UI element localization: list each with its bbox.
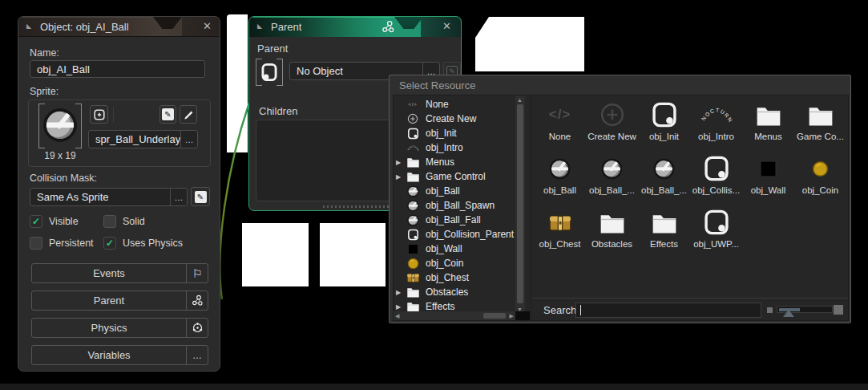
tree-item-obj-init[interactable]: obj_Init: [394, 126, 515, 140]
checkbox-persistent[interactable]: Persistent: [30, 237, 103, 250]
expander-icon[interactable]: ▶: [396, 173, 404, 181]
grid-item-label: Game Co...: [794, 132, 846, 144]
unchecked-box[interactable]: [103, 215, 116, 228]
grid-item-obj-ball[interactable]: obj_Ball_...: [586, 152, 638, 203]
grid-item-label: Effects: [638, 239, 690, 252]
physics-button[interactable]: Physics: [31, 318, 208, 338]
unchecked-box[interactable]: [30, 237, 42, 250]
grid-item-label: obj_Ball_...: [638, 185, 690, 198]
object-icon: [690, 152, 742, 185]
sprite-preview[interactable]: [38, 104, 82, 148]
new-sprite-button[interactable]: [90, 105, 108, 124]
tree-item-label: obj_Ball_Spawn: [426, 200, 495, 211]
tree-item-label: obj_Ball_Fall: [426, 214, 481, 225]
grid-item-effects[interactable]: Effects: [638, 205, 690, 257]
grid-item-obj-init[interactable]: obj_Init: [638, 98, 690, 149]
object-icon: [638, 98, 690, 132]
parent-title-bar[interactable]: ◣ Parent ✕: [249, 17, 461, 37]
grid-item-none[interactable]: </>None: [534, 98, 586, 149]
collapse-icon[interactable]: ◣: [257, 23, 262, 30]
scroll-up-icon[interactable]: ▲: [517, 97, 523, 103]
grid-item-obj-ball[interactable]: obj_Ball: [534, 152, 586, 203]
search-row: Search: [532, 298, 848, 320]
title-right-cap: [421, 17, 461, 37]
tree-item-obj-ball-fall[interactable]: obj_Ball_Fall: [394, 213, 515, 227]
parent-button[interactable]: Parent: [31, 290, 208, 311]
intro-icon: NOCTURNE: [406, 142, 420, 154]
sprite-size: 19 x 19: [34, 150, 87, 161]
edit-image-button[interactable]: ✎: [159, 105, 176, 124]
scrollbar-thumb[interactable]: [517, 104, 523, 303]
grid-item-obj-chest[interactable]: obj_Chest: [534, 205, 586, 257]
tree-item-obj-ball[interactable]: obj_Ball: [394, 184, 515, 198]
tree-item-obstacles[interactable]: ▶Obstacles: [394, 285, 515, 299]
tree-item-obj-wall[interactable]: obj_Wall: [394, 242, 515, 256]
scroll-right-icon[interactable]: ▶: [510, 313, 514, 319]
pencil-icon: ✎: [162, 108, 174, 120]
checkbox-solid[interactable]: Solid: [103, 215, 204, 228]
close-icon[interactable]: ✕: [203, 21, 212, 31]
collapse-icon[interactable]: ◣: [26, 23, 31, 30]
name-input[interactable]: [30, 60, 205, 78]
ball-icon: [406, 200, 420, 212]
object-window-title: Object: obj_AI_Ball: [40, 21, 129, 33]
expander-icon[interactable]: ▶: [396, 303, 404, 311]
checked-icon[interactable]: ✓: [30, 215, 42, 228]
checkbox-visible[interactable]: ✓Visible: [30, 215, 103, 228]
ball-icon: [406, 214, 420, 226]
grid-item-obj-uwp[interactable]: obj_UWP...: [690, 205, 742, 257]
tree-item-obj-intro[interactable]: NOCTURNEobj_Intro: [394, 140, 515, 155]
button-label: Events: [32, 267, 186, 279]
new-sprite-icon: [94, 109, 105, 120]
tree-item-create-new[interactable]: Create New: [394, 112, 515, 126]
zoom-slider-handle[interactable]: [783, 310, 794, 317]
grid-item-game-co[interactable]: Game Co...: [794, 98, 846, 149]
name-label: Name:: [30, 47, 59, 59]
grid-item-obj-ball[interactable]: obj_Ball_...: [638, 152, 690, 203]
grid-item-obstacles[interactable]: Obstacles: [586, 205, 638, 257]
scrollbar-thumb[interactable]: [483, 313, 506, 319]
tree-item-obj-chest[interactable]: obj_Chest: [394, 270, 515, 285]
grid-item-obj-coin[interactable]: obj_Coin: [794, 152, 846, 203]
tree-vertical-scrollbar[interactable]: ▲ ▼: [515, 95, 525, 313]
grid-item-create-new[interactable]: Create New: [586, 98, 638, 149]
scroll-left-icon[interactable]: ◀: [395, 313, 399, 319]
grid-item-obj-collis[interactable]: obj_Collis...: [690, 152, 742, 203]
tree-item-label: Obstacles: [426, 286, 468, 298]
grid-item-obj-intro[interactable]: NOCTURNEobj_Intro: [690, 98, 742, 149]
sprite-name-field[interactable]: spr_Ball_Underlay …: [88, 130, 198, 148]
collision-mask-field[interactable]: Same As Sprite …: [30, 188, 188, 206]
folder-icon: [406, 286, 420, 298]
collision-more-button[interactable]: …: [170, 189, 187, 205]
tree-item-obj-collision-parent[interactable]: obj_Collision_Parent: [394, 227, 515, 242]
tree-item-game-control[interactable]: ▶Game Control: [394, 169, 515, 184]
tree-item-none[interactable]: </>None: [394, 97, 515, 112]
collision-edit-button[interactable]: ✎: [191, 187, 210, 206]
zoom-in-button[interactable]: [834, 305, 843, 315]
checked-icon[interactable]: ✓: [103, 237, 116, 250]
sprite-more-button[interactable]: …: [180, 131, 197, 148]
sprite-box: 19 x 19 ✎ spr_Ball_Underlay …: [28, 100, 211, 167]
object-title-bar[interactable]: ◣ Object: obj_AI_Ball ✕: [18, 17, 220, 37]
variables-button[interactable]: Variables…: [31, 345, 208, 365]
zoom-out-button[interactable]: [767, 307, 773, 313]
close-icon[interactable]: ✕: [442, 21, 451, 31]
tree-item-obj-ball-spawn[interactable]: obj_Ball_Spawn: [394, 198, 515, 213]
events-button[interactable]: Events⚐: [31, 263, 208, 283]
tree-item-obj-coin[interactable]: obj_Coin: [394, 256, 515, 270]
tree-item-menus[interactable]: ▶Menus: [394, 155, 515, 169]
expander-icon[interactable]: ▶: [396, 159, 404, 166]
folder-icon: [406, 156, 420, 168]
folder-icon: [586, 205, 638, 239]
grid-item-obj-wall[interactable]: obj_Wall: [742, 152, 794, 203]
grid-item-menus[interactable]: Menus: [742, 98, 794, 149]
search-input[interactable]: [575, 303, 761, 318]
paintbrush-button[interactable]: [180, 105, 197, 124]
create-icon: [586, 98, 638, 132]
expander-icon[interactable]: ▶: [396, 289, 404, 296]
collision-mask-label: Collision Mask:: [30, 173, 97, 184]
tree-horizontal-scrollbar[interactable]: ◀ ▶: [394, 311, 515, 320]
checkbox-uses-physics[interactable]: ✓Uses Physics: [103, 237, 204, 250]
chest-icon: [534, 205, 586, 239]
folder-icon: [406, 301, 420, 312]
